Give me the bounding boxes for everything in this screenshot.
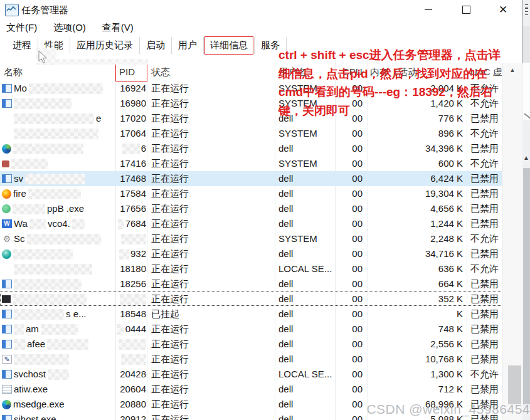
column-header-status[interactable]: 状态: [151, 66, 170, 78]
column-header-pid[interactable]: PID: [119, 66, 135, 77]
column-header-name[interactable]: 名称: [4, 66, 23, 78]
cell-name: sv: [2, 171, 115, 186]
window-title: 任务管理器: [21, 4, 68, 16]
table-row[interactable]: atiw.exe20604正在运行dell00712 K已禁用: [0, 382, 502, 397]
cell-name: e: [2, 111, 115, 126]
table-row[interactable]: WWavco4.7684正在运行dell001,244 K已禁用: [0, 216, 502, 231]
app-window-icon: [2, 99, 12, 108]
table-row[interactable]: afee正在运行dell002,556 K已禁用: [0, 337, 502, 352]
cell-mem: 664 K: [368, 276, 463, 291]
app-window-icon: [2, 415, 12, 420]
cell-pid: 932: [117, 246, 146, 261]
tab-用户[interactable]: 用户: [172, 37, 204, 54]
minimize-button[interactable]: [415, 0, 442, 19]
scrollbar-thumb[interactable]: [523, 168, 530, 404]
censor-block: [119, 339, 146, 350]
annotation-line-2: 细信息，点击pid，然后，找到对应的在: [278, 65, 529, 83]
table-row[interactable]: 17416正在运行SYSTEM00600 K不允许: [0, 156, 502, 171]
menu-item-1[interactable]: 选项(O): [53, 22, 86, 34]
cell-mem: 2,556 K: [368, 337, 463, 352]
table-row[interactable]: 18256正在运行dell00664 K已禁用: [0, 276, 502, 291]
cell-name: atiw.exe: [2, 382, 115, 397]
cell-text: 17416: [120, 156, 146, 171]
tab-启动[interactable]: 启动: [140, 37, 172, 54]
censor-block: [41, 324, 78, 335]
red-annotation-text: ctrl + shift + esc进入任务管理器，点击详细信息，点击pid，然…: [278, 46, 529, 120]
cell-text: 4,656 K: [430, 201, 463, 216]
cell-text: 932: [130, 246, 146, 261]
table-row[interactable]: ⚙Sc正在运行SYSTEM002,248 K不允许: [0, 231, 502, 246]
cell-text: 34,396 K: [425, 141, 463, 156]
cell-text: s e...: [66, 307, 87, 322]
censor-patch: [55, 59, 148, 65]
annotation-line-3: cmd中看到的号码---eg：18392，然后右: [278, 83, 529, 102]
cell-text: Sc: [14, 231, 25, 246]
cell-text: 7684: [125, 216, 146, 231]
cell-mem: 896 K: [368, 126, 463, 141]
cell-text: 17020: [120, 111, 146, 126]
menu-item-0[interactable]: 文件(F): [6, 22, 37, 34]
app-window-icon: [2, 280, 12, 288]
table-row[interactable]: 932正在运行dell0034,716 K已禁用: [0, 246, 502, 261]
minimize-icon: [425, 9, 432, 10]
cell-pid: 17584: [117, 186, 146, 201]
tab-进程[interactable]: 进程: [6, 37, 38, 54]
cell-text: sv: [14, 171, 23, 186]
cell-cpu: 00: [337, 382, 363, 397]
cell-user: dell: [278, 397, 335, 412]
cell-text: 20604: [120, 382, 146, 397]
cell-name: am: [2, 322, 115, 337]
censor-block: [72, 219, 85, 229]
menu-item-2[interactable]: 查看(V): [102, 22, 134, 34]
scrollbar-thumb[interactable]: [508, 365, 521, 404]
censor-block: [14, 279, 82, 290]
cell-user: dell: [278, 246, 335, 261]
cell-pid: 20604: [117, 382, 146, 397]
cell-text: 17584: [120, 186, 146, 201]
table-row[interactable]: ✎正在运行dell0010,768 K已禁用: [0, 352, 502, 367]
censor-block: [14, 324, 24, 335]
cell-name: msedge.exe: [2, 397, 115, 412]
cell-text: e: [96, 111, 101, 126]
cell-text: atiw.exe: [14, 382, 48, 397]
table-row[interactable]: ppB .exe17656正在运行dell004,656 K已禁用: [0, 201, 502, 216]
close-button[interactable]: ✕: [489, 0, 517, 19]
scroll-up-icon[interactable]: ▲: [522, 155, 530, 161]
cell-name: ⚙Sc: [2, 231, 115, 246]
cell-status: 正在运行: [151, 201, 273, 216]
cell-text: 664 K: [438, 276, 463, 291]
table-row[interactable]: fire17584正在运行dell0019,304 K已禁用: [0, 186, 502, 201]
censor-block: [14, 339, 25, 350]
cell-name: s e...: [2, 307, 115, 322]
table-row[interactable]: am0444正在运行dell00748 K已禁用: [0, 322, 502, 337]
list-lines-icon: [525, 4, 528, 15]
cell-status: 正在运行: [151, 141, 273, 156]
tab-应用历史记录[interactable]: 应用历史记录: [70, 37, 140, 54]
cell-status: 正在运行: [151, 367, 273, 382]
cell-cpu: 00: [337, 397, 363, 412]
cell-cpu: 00: [337, 231, 363, 246]
table-row[interactable]: 18180正在运行LOCAL SE...00636 K不允许: [0, 261, 502, 276]
table-row[interactable]: sv17468正在运行dell006,424 K已禁用: [0, 171, 502, 186]
cell-text: 19,304 K: [425, 186, 463, 201]
cell-mem: 4,656 K: [368, 201, 463, 216]
maximize-button[interactable]: [452, 0, 480, 19]
cell-cpu: 00: [337, 307, 363, 322]
cell-status: 正在运行: [151, 276, 273, 291]
cell-mem: K: [368, 307, 463, 322]
tab-详细信息[interactable]: 详细信息: [204, 37, 255, 54]
table-row[interactable]: 17064正在运行SYSTEM00896 K不允许: [0, 126, 502, 141]
censor-block: [13, 144, 83, 154]
table-row[interactable]: s e...18548已挂起dell00K已禁用: [0, 307, 502, 322]
table-row[interactable]: 6正在运行dell0034,396 K已禁用: [0, 141, 502, 156]
censor-block: [14, 309, 64, 320]
cell-pid: 16924: [117, 81, 146, 96]
cell-name: [2, 156, 115, 171]
cell-status: 正在运行: [151, 156, 273, 171]
edge-icon: [2, 400, 11, 409]
table-row[interactable]: 正在运行dell00352 K已禁用: [0, 291, 502, 307]
cell-status: 正在运行: [151, 246, 273, 261]
censor-block: [14, 129, 98, 139]
table-row[interactable]: svchost20428正在运行LOCAL SE...001,300 K不允许: [0, 367, 502, 382]
cell-name: Mo: [2, 81, 115, 96]
